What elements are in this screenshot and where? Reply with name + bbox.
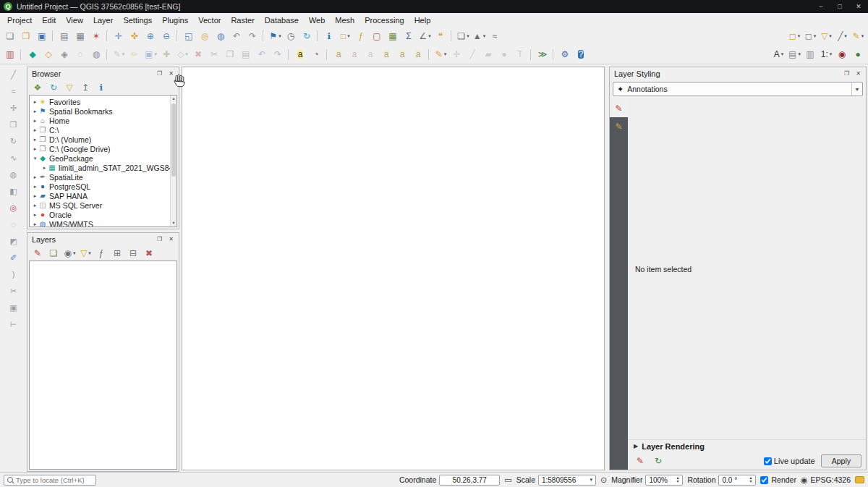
expand-arrow-icon[interactable]: ▸ (32, 174, 38, 180)
expand-arrow-icon[interactable]: ▸ (32, 221, 38, 227)
menu-edit[interactable]: Edit (37, 14, 61, 26)
menu-plugins[interactable]: Plugins (157, 14, 193, 26)
magnifier-spin-down-icon[interactable]: ▼ (676, 480, 679, 483)
expand-arrow-icon[interactable]: ▾ (32, 156, 38, 161)
refresh-map-button[interactable]: ↻ (299, 29, 314, 43)
polygon-annotation-button[interactable]: ▰ (481, 47, 495, 62)
new-temporary-scratch-layer-button[interactable]: ◌ (73, 47, 88, 62)
layers-float-button[interactable]: ❐ (155, 234, 164, 244)
form-annotation-button[interactable]: ▥ (803, 47, 817, 62)
delete-selected-button[interactable]: ✖ (191, 47, 205, 62)
toggle-editing-button[interactable]: ✏ (127, 47, 142, 62)
layer-rendering-toggle[interactable]: ▶ Layer Rendering (628, 439, 866, 452)
zoom-to-layer-button[interactable]: ◍ (213, 29, 228, 43)
remove-layer-button[interactable]: ✖ (142, 247, 156, 260)
menu-database[interactable]: Database (260, 14, 304, 26)
metasearch-button[interactable]: ◉ (835, 47, 849, 62)
new-bookmark-button[interactable]: ⚑ (268, 29, 282, 43)
map-tips-button[interactable]: ❝ (433, 29, 448, 43)
expand-arrow-icon[interactable]: ▸ (32, 118, 38, 124)
enable-properties-widget-button[interactable]: ℹ (95, 81, 108, 94)
expand-arrow-icon[interactable]: ▸ (32, 212, 38, 218)
menu-mesh[interactable]: Mesh (330, 14, 359, 26)
filter-map-menu-button[interactable]: ▽ (819, 29, 833, 43)
move-feature-button[interactable]: ✢ (7, 103, 20, 114)
menu-vector[interactable]: Vector (193, 14, 226, 26)
tree-item-spatial-bookmarks[interactable]: ▸ ⚑ Spatial Bookmarks (30, 106, 176, 116)
delete-part-button[interactable]: ◩ (7, 236, 20, 247)
tree-item-oracle[interactable]: ▸ ● Oracle (30, 210, 176, 219)
layer-labeling-button[interactable]: a (293, 47, 307, 62)
style-manager-button[interactable]: ✶ (89, 29, 103, 43)
maximize-button[interactable]: □ (830, 0, 849, 13)
point-annotation-button[interactable]: ● (497, 47, 511, 62)
styling-close-button[interactable]: ✕ (854, 69, 863, 78)
menu-settings[interactable]: Settings (118, 14, 157, 26)
style-refresh-button[interactable]: ↻ (651, 454, 665, 468)
tree-item-favorites[interactable]: ▸ ★ Favorites (30, 97, 176, 106)
trim-extend-button[interactable]: ⊢ (7, 319, 20, 330)
browser-close-button[interactable]: ✕ (166, 69, 176, 78)
scale-combobox[interactable]: 1:5809556 ▾ (538, 475, 596, 486)
menu-web[interactable]: Web (304, 14, 330, 26)
expand-arrow-icon[interactable]: ▸ (32, 193, 38, 199)
rotation-spinbox[interactable]: 0.0 ° ▲ ▼ (718, 475, 756, 486)
vertex-tool-button[interactable]: ◇ (175, 47, 190, 62)
pan-map-button[interactable]: ✛ (111, 29, 126, 43)
annotation-menu-button[interactable]: ✎ (851, 29, 865, 43)
expand-arrow-icon[interactable]: ▸ (32, 184, 38, 190)
highlight-pinned-labels-button[interactable]: a (347, 47, 362, 62)
locator-search[interactable] (4, 475, 96, 486)
render-checkbox[interactable] (760, 476, 768, 484)
new-annotation-layer-button[interactable]: ✎ (433, 47, 448, 62)
expand-arrow-icon[interactable]: ▸ (32, 109, 38, 114)
scale-menu-button[interactable]: 1: (819, 47, 833, 62)
extents-icon[interactable]: ▭ (504, 476, 511, 484)
merge-features-button[interactable]: ▣ (7, 302, 20, 313)
menu-processing[interactable]: Processing (359, 14, 409, 26)
redo-button[interactable]: ↷ (271, 47, 285, 62)
locator-input[interactable] (16, 476, 93, 484)
offset-curve-button[interactable]: ) (7, 269, 20, 280)
menu-view[interactable]: View (61, 14, 88, 26)
scroll-down-icon[interactable]: ▼ (171, 220, 176, 226)
copy-features-button[interactable]: ❐ (223, 47, 237, 62)
browser-scrollbar[interactable]: ▲ ▼ (170, 96, 176, 226)
map-canvas[interactable] (182, 67, 605, 470)
zoom-next-button[interactable]: ↷ (245, 29, 260, 43)
expand-arrow-icon[interactable]: ▸ (32, 99, 38, 105)
zoom-last-button[interactable]: ↶ (229, 29, 244, 43)
elevation-profile-button[interactable]: ≈ (488, 29, 502, 43)
layers-list-empty[interactable] (29, 261, 177, 470)
filter-legend-button[interactable]: ▽ (79, 247, 92, 260)
open-attribute-table-button[interactable]: ▦ (386, 29, 400, 43)
scrollbar-thumb[interactable] (171, 103, 176, 177)
tree-item-drive-d[interactable]: ▸ ❐ D:\ (Volume) (30, 135, 176, 144)
apply-button[interactable]: Apply (821, 454, 861, 467)
help-button[interactable]: ? (574, 47, 588, 62)
split-features-button[interactable]: ✂ (7, 286, 20, 297)
pin-labels-button[interactable]: a (331, 47, 346, 62)
new-virtual-layer-button[interactable]: ◍ (89, 47, 103, 62)
lock-scale-icon[interactable]: ⊙ (600, 476, 607, 484)
paste-features-button[interactable]: ▤ (239, 47, 253, 62)
cut-features-button[interactable]: ✂ (207, 47, 221, 62)
new-shapefile-layer-button[interactable]: ◇ (41, 47, 56, 62)
expand-arrow-icon[interactable]: ▸ (32, 203, 38, 208)
measure-menu-button[interactable]: ╱ (835, 29, 849, 43)
tree-item-gpkg-file[interactable]: ▸ ▦ limiti_admin_STAT_2021_WGS84.gpkg (30, 163, 176, 172)
simplify-feature-button[interactable]: ∿ (7, 153, 20, 164)
copy-move-feature-button[interactable]: ❐ (7, 119, 20, 130)
select-rectangle-menu-button[interactable]: ◻ (787, 29, 801, 43)
move-label-button[interactable]: a (379, 47, 393, 62)
close-button[interactable]: ✕ (849, 0, 868, 13)
show-layout-manager-button[interactable]: ▦ (73, 29, 88, 43)
qgis-hub-button[interactable]: ● (851, 47, 865, 62)
tree-item-geopackage[interactable]: ▾ ◆ GeoPackage (30, 153, 176, 163)
move-annotation-button[interactable]: ✢ (449, 47, 464, 62)
python-console-button[interactable]: ≫ (535, 47, 550, 62)
collapse-all-button[interactable]: ↥ (79, 81, 92, 94)
chevron-down-icon[interactable]: ▾ (590, 477, 592, 483)
tree-item-spatialite[interactable]: ▸ ✒ SpatiaLite (30, 172, 176, 182)
processing-toolbox-button[interactable]: ⚙ (558, 47, 572, 62)
